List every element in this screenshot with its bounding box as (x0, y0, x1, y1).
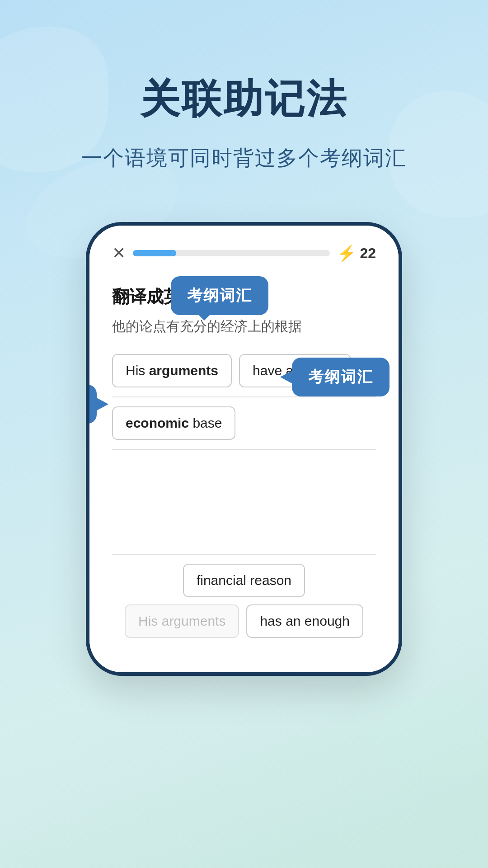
tooltip-vocabulary-1: 考纲词汇 (171, 276, 268, 315)
progress-bar-background (133, 250, 330, 256)
score-area: ⚡ 22 (337, 244, 376, 262)
answer-chip-has-enough[interactable]: has an enough (246, 604, 363, 638)
phone-frame: ✕ ⚡ 22 考纲词汇 (86, 222, 402, 676)
phone-inner: ✕ ⚡ 22 考纲词汇 (89, 226, 399, 672)
divider-1 (112, 396, 376, 397)
progress-row: ✕ ⚡ 22 (112, 244, 376, 263)
phone-mockup: ✕ ⚡ 22 考纲词汇 (86, 222, 402, 676)
answer-row-bottom-1: financial reason (112, 564, 376, 597)
main-title: 关联助记法 (140, 72, 348, 126)
answer-row-2: economic base (112, 406, 376, 440)
bold-arguments: arguments (149, 363, 218, 378)
lightning-icon: ⚡ (337, 244, 356, 262)
tooltip-vocabulary-2: 考纲词汇 (292, 358, 389, 396)
phone-content-area: 考纲词汇 考纲词汇 考纲词汇 翻译成英文 他的论点有充分的经济上的根据 (112, 285, 376, 638)
answer-row-bottom-2: His arguments has an enough (112, 604, 376, 638)
close-button[interactable]: ✕ (112, 244, 126, 263)
tooltip-vocabulary-3: 考纲词汇 (86, 385, 97, 424)
bg-decoration-4 (375, 696, 488, 778)
answer-chip-economic[interactable]: economic base (112, 406, 235, 440)
bold-economic: economic (126, 415, 189, 430)
answer-chip-arguments[interactable]: His arguments (112, 354, 232, 387)
financial-reason-text: financial reason (197, 573, 291, 588)
answer-chip-financial[interactable]: financial reason (183, 564, 305, 597)
progress-bar-fill (133, 250, 176, 256)
has-an-enough-text: has an enough (260, 613, 350, 628)
score-value: 22 (360, 245, 376, 262)
blank-answer-area (112, 459, 376, 549)
question-text: 他的论点有充分的经济上的根据 (112, 317, 376, 336)
divider-3 (112, 554, 376, 555)
his-arguments-dimmed-text: His arguments (138, 613, 225, 628)
divider-2 (112, 449, 376, 450)
answer-chip-his-arguments-dimmed[interactable]: His arguments (125, 604, 239, 638)
sub-title: 一个语境可同时背过多个考纲词汇 (81, 144, 407, 172)
